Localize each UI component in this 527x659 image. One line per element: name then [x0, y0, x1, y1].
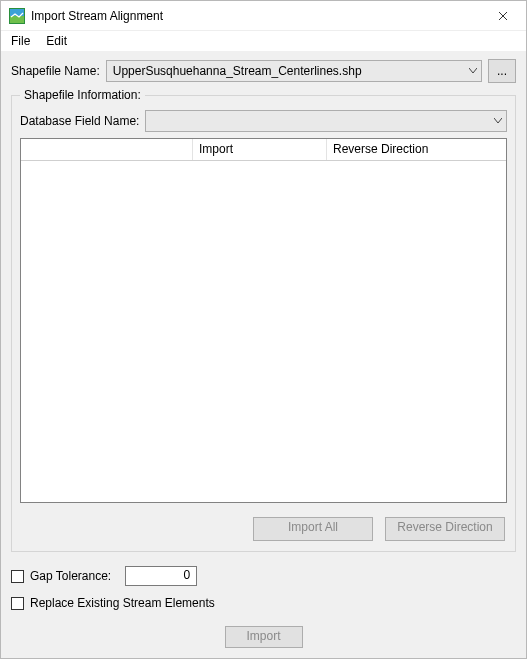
gap-tolerance-input[interactable]: 0 — [125, 566, 197, 586]
options-area: Gap Tolerance: 0 Replace Existing Stream… — [11, 566, 516, 610]
db-field-label: Database Field Name: — [20, 114, 139, 128]
footer-row: Import — [11, 626, 516, 648]
dialog-window: Import Stream Alignment File Edit Shapef… — [0, 0, 527, 659]
shapefile-selected: UpperSusqhuehanna_Stream_Centerlines.shp — [113, 64, 362, 78]
menu-file[interactable]: File — [5, 33, 36, 49]
replace-checkbox[interactable] — [11, 597, 24, 610]
shapefile-label: Shapefile Name: — [11, 64, 100, 78]
table-body — [21, 161, 506, 502]
app-icon — [9, 8, 25, 24]
browse-label: ... — [497, 64, 507, 78]
shapefile-info-group: Shapefile Information: Database Field Na… — [11, 95, 516, 552]
import-all-button[interactable]: Import All — [253, 517, 373, 541]
dialog-body: Shapefile Name: UpperSusqhuehanna_Stream… — [1, 51, 526, 658]
import-button[interactable]: Import — [225, 626, 303, 648]
menubar: File Edit — [1, 31, 526, 51]
shapefile-row: Shapefile Name: UpperSusqhuehanna_Stream… — [11, 59, 516, 83]
table-header: Import Reverse Direction — [21, 139, 506, 161]
gap-tolerance-label: Gap Tolerance: — [30, 569, 111, 583]
shapefile-combo[interactable]: UpperSusqhuehanna_Stream_Centerlines.shp — [106, 60, 482, 82]
replace-row: Replace Existing Stream Elements — [11, 596, 516, 610]
field-table: Import Reverse Direction — [20, 138, 507, 503]
close-icon — [498, 11, 508, 21]
close-button[interactable] — [480, 1, 526, 31]
gap-tolerance-row: Gap Tolerance: 0 — [11, 566, 516, 586]
menu-edit[interactable]: Edit — [40, 33, 73, 49]
group-actions: Import All Reverse Direction — [20, 517, 507, 541]
gap-tolerance-checkbox[interactable] — [11, 570, 24, 583]
chevron-down-icon — [469, 68, 477, 74]
group-legend: Shapefile Information: — [20, 88, 145, 102]
chevron-down-icon — [494, 118, 502, 124]
db-field-combo[interactable] — [145, 110, 507, 132]
col-import[interactable]: Import — [193, 139, 327, 160]
col-name[interactable] — [21, 139, 193, 160]
col-reverse[interactable]: Reverse Direction — [327, 139, 506, 160]
reverse-direction-button[interactable]: Reverse Direction — [385, 517, 505, 541]
window-title: Import Stream Alignment — [31, 9, 480, 23]
titlebar: Import Stream Alignment — [1, 1, 526, 31]
svg-rect-2 — [10, 16, 24, 23]
browse-button[interactable]: ... — [488, 59, 516, 83]
db-field-row: Database Field Name: — [20, 110, 507, 132]
replace-label: Replace Existing Stream Elements — [30, 596, 215, 610]
